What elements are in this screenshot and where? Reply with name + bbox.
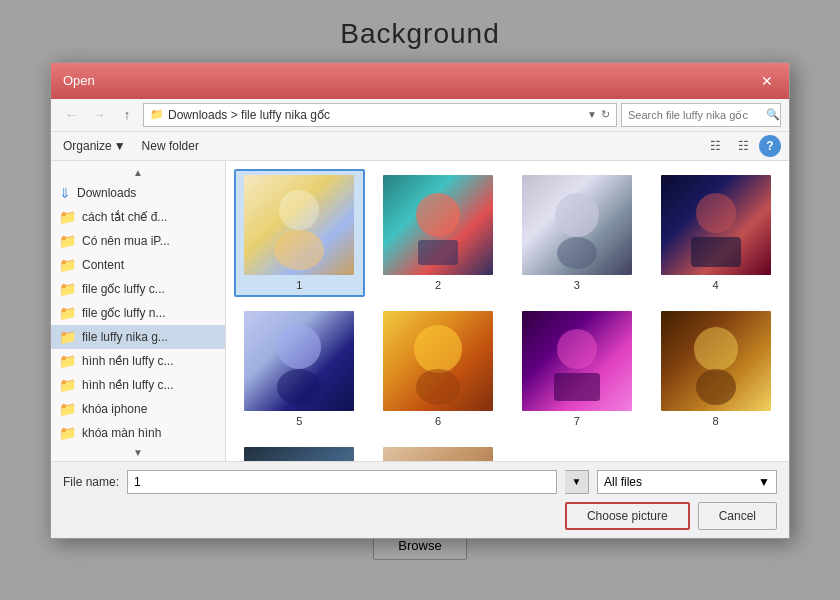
svg-point-7	[555, 193, 599, 237]
sidebar-item-label: Content	[82, 258, 124, 272]
dialog-title-bar: Open ✕	[51, 63, 789, 99]
view-details-button[interactable]: ☷	[703, 135, 727, 157]
address-separator: >	[231, 108, 241, 122]
content-area: ▲ ⇓ Downloads 📁 cách tắt chế đ... 📁 Có n…	[51, 161, 789, 461]
view-controls: ☷ ☷ ?	[703, 135, 781, 157]
file-item-3[interactable]: 3	[512, 169, 643, 297]
address-dropdown-icon[interactable]: ▼	[587, 109, 597, 120]
folder-icon: 📁	[59, 209, 76, 225]
filename-input[interactable]	[127, 470, 557, 494]
open-file-dialog: Open ✕ ← → ↑ 📁 Downloads > file luffy ni…	[50, 62, 790, 539]
file-item-9[interactable]: 9	[234, 441, 365, 461]
sidebar-item-label: file luffy nika g...	[82, 330, 168, 344]
file-item-4[interactable]: 4	[650, 169, 781, 297]
svg-point-23	[696, 369, 736, 405]
folder-icon: 📁	[59, 329, 76, 345]
scroll-down-button[interactable]: ▼	[51, 445, 225, 461]
file-thumbnail-3	[522, 175, 632, 275]
svg-rect-26	[383, 447, 493, 461]
file-name-8: 8	[713, 415, 719, 427]
file-thumbnail-4	[661, 175, 771, 275]
address-bar[interactable]: 📁 Downloads > file luffy nika gốc ▼ ↻	[143, 103, 617, 127]
view-grid-button[interactable]: ☷	[731, 135, 755, 157]
file-name-3: 3	[574, 279, 580, 291]
svg-rect-24	[244, 447, 354, 461]
file-item-10[interactable]: 10	[373, 441, 504, 461]
search-input[interactable]	[628, 109, 766, 121]
folder-icon: 📁	[59, 401, 76, 417]
sidebar-item-khoa-man-hinh[interactable]: 📁 khóa màn hình	[51, 421, 225, 445]
filetype-value: All files	[604, 475, 642, 489]
svg-rect-20	[554, 373, 600, 401]
help-button[interactable]: ?	[759, 135, 781, 157]
svg-point-14	[277, 369, 321, 405]
sidebar-item-file-luffy-nika[interactable]: 📁 file luffy nika g...	[51, 325, 225, 349]
search-bar[interactable]: 🔍	[621, 103, 781, 127]
address-toolbar: ← → ↑ 📁 Downloads > file luffy nika gốc …	[51, 99, 789, 132]
new-folder-button[interactable]: New folder	[138, 137, 203, 155]
sidebar-item-label: file gốc luffy c...	[82, 282, 165, 296]
choose-picture-button[interactable]: Choose picture	[565, 502, 690, 530]
sidebar-item-content[interactable]: 📁 Content	[51, 253, 225, 277]
file-thumbnail-8	[661, 311, 771, 411]
bottom-bar: File name: ▼ All files ▼ Choose picture …	[51, 461, 789, 538]
file-thumbnail-9	[244, 447, 354, 461]
downloads-icon: ⇓	[59, 185, 71, 201]
file-name-2: 2	[435, 279, 441, 291]
file-item-7[interactable]: 7	[512, 305, 643, 433]
sidebar-item-file-goc-luffy2[interactable]: 📁 file gốc luffy n...	[51, 301, 225, 325]
sidebar-item-hinh-nen2[interactable]: 📁 hình nền luffy c...	[51, 373, 225, 397]
sidebar-item-label: khóa màn hình	[82, 426, 161, 440]
organize-dropdown-icon: ▼	[114, 139, 126, 153]
dialog-title: Open	[63, 73, 95, 88]
sidebar-item-co-nen[interactable]: 📁 Có nên mua iP...	[51, 229, 225, 253]
filename-dropdown-icon[interactable]: ▼	[565, 470, 589, 494]
sidebar-item-hinh-nen1[interactable]: 📁 hình nền luffy c...	[51, 349, 225, 373]
up-button[interactable]: ↑	[115, 103, 139, 127]
scroll-up-button[interactable]: ▲	[51, 165, 225, 181]
dialog-overlay: Open ✕ ← → ↑ 📁 Downloads > file luffy ni…	[0, 0, 840, 600]
svg-point-16	[414, 325, 462, 373]
file-name-4: 4	[713, 279, 719, 291]
file-name-7: 7	[574, 415, 580, 427]
file-item-5[interactable]: 5	[234, 305, 365, 433]
address-text: Downloads > file luffy nika gốc	[168, 108, 583, 122]
file-name-1: 1	[296, 279, 302, 291]
forward-button[interactable]: →	[87, 103, 111, 127]
filename-row: File name: ▼ All files ▼	[63, 470, 777, 494]
sidebar: ▲ ⇓ Downloads 📁 cách tắt chế đ... 📁 Có n…	[51, 161, 226, 461]
sidebar-item-khoa-iphone[interactable]: 📁 khóa iphone	[51, 397, 225, 421]
sidebar-item-label: Có nên mua iP...	[82, 234, 170, 248]
folder-icon: 📁	[59, 233, 76, 249]
filetype-dropdown-icon: ▼	[758, 475, 770, 489]
svg-point-4	[416, 193, 460, 237]
sidebar-item-cach-tat[interactable]: 📁 cách tắt chế đ...	[51, 205, 225, 229]
file-item-1[interactable]: 1	[234, 169, 365, 297]
folder-icon: 📁	[59, 377, 76, 393]
filetype-select[interactable]: All files ▼	[597, 470, 777, 494]
svg-point-22	[694, 327, 738, 371]
address-subfolder: file luffy nika gốc	[241, 108, 330, 122]
folder-icon: 📁	[150, 108, 164, 121]
svg-point-1	[279, 190, 319, 230]
close-icon[interactable]: ✕	[757, 71, 777, 91]
organize-label: Organize	[63, 139, 112, 153]
cancel-button[interactable]: Cancel	[698, 502, 777, 530]
sidebar-item-downloads[interactable]: ⇓ Downloads	[51, 181, 225, 205]
organize-button[interactable]: Organize ▼	[59, 137, 130, 155]
sidebar-item-label: khóa iphone	[82, 402, 147, 416]
file-item-8[interactable]: 8	[650, 305, 781, 433]
back-button[interactable]: ←	[59, 103, 83, 127]
sidebar-item-label: file gốc luffy n...	[82, 306, 165, 320]
svg-point-2	[274, 230, 324, 270]
sidebar-item-label: cách tắt chế đ...	[82, 210, 167, 224]
file-thumbnail-10	[383, 447, 493, 461]
file-item-2[interactable]: 2	[373, 169, 504, 297]
address-downloads: Downloads	[168, 108, 227, 122]
file-thumbnail-1	[244, 175, 354, 275]
refresh-icon[interactable]: ↻	[601, 108, 610, 121]
sidebar-item-file-goc-luffy1[interactable]: 📁 file gốc luffy c...	[51, 277, 225, 301]
file-item-6[interactable]: 6	[373, 305, 504, 433]
svg-rect-5	[418, 240, 458, 265]
folder-icon: 📁	[59, 281, 76, 297]
